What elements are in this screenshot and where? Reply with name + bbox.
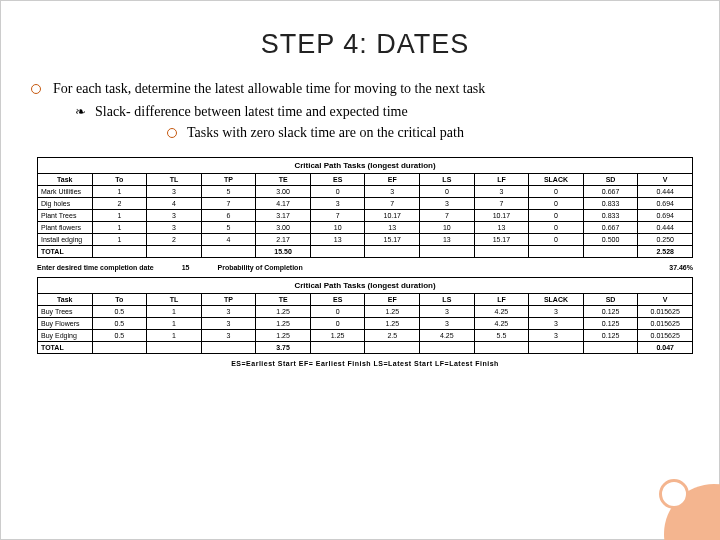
table2-total-row: TOTAL 3.75 0.047 xyxy=(38,341,693,353)
bullet-main: For each task, determine the latest allo… xyxy=(37,80,693,143)
table-cell: 0.833 xyxy=(583,209,638,221)
table-cell: 7 xyxy=(201,197,256,209)
table-row: Buy Flowers0.5131.2501.2534.2530.1250.01… xyxy=(38,317,693,329)
table-cell: 3 xyxy=(147,185,202,197)
table2-caption: Critical Path Tasks (longest duration) xyxy=(38,277,693,293)
table-cell: 0 xyxy=(310,185,365,197)
table-cell: 3.17 xyxy=(256,209,311,221)
table-cell: 15.17 xyxy=(365,233,420,245)
table1-header-row: Task To TL TP TE ES EF LS LF SLACK SD V xyxy=(38,173,693,185)
table-cell: 0.125 xyxy=(583,329,638,341)
table-cell: 3 xyxy=(420,305,475,317)
table1-caption: Critical Path Tasks (longest duration) xyxy=(38,157,693,173)
table-cell: 2.5 xyxy=(365,329,420,341)
th-es: ES xyxy=(310,173,365,185)
th-tp: TP xyxy=(201,173,256,185)
table1-total-row: TOTAL 15.50 2.528 xyxy=(38,245,693,257)
table-cell: 3 xyxy=(201,329,256,341)
table-cell: 0.5 xyxy=(92,305,147,317)
table-cell: 4.25 xyxy=(474,305,529,317)
th-v: V xyxy=(638,173,693,185)
t2-total-label: TOTAL xyxy=(38,341,93,353)
table-cell: 0.125 xyxy=(583,317,638,329)
table-cell: 0.5 xyxy=(92,317,147,329)
table-row: Buy Edging0.5131.251.252.54.255.530.1250… xyxy=(38,329,693,341)
table-cell: 1 xyxy=(147,329,202,341)
t1-total-v: 2.528 xyxy=(638,245,693,257)
th2-te: TE xyxy=(256,293,311,305)
critical-path-table-1: Critical Path Tasks (longest duration) T… xyxy=(37,157,693,258)
table-row: Mark Utilities1353.00030300.6670.444 xyxy=(38,185,693,197)
table-cell: 1 xyxy=(92,233,147,245)
table-cell: 4.17 xyxy=(256,197,311,209)
th-ef: EF xyxy=(365,173,420,185)
table-cell: 5 xyxy=(201,221,256,233)
table-cell: Buy Trees xyxy=(38,305,93,317)
th-to: To xyxy=(92,173,147,185)
table-cell: 3 xyxy=(201,317,256,329)
table-row: Dig holes2474.17373700.8330.694 xyxy=(38,197,693,209)
th2-to: To xyxy=(92,293,147,305)
table-cell: 3 xyxy=(529,329,584,341)
t1-total-te: 15.50 xyxy=(256,245,311,257)
th-task: Task xyxy=(38,173,93,185)
table-cell: 13 xyxy=(365,221,420,233)
table-cell: 1.25 xyxy=(310,329,365,341)
table-cell: 5.5 xyxy=(474,329,529,341)
table-cell: 1 xyxy=(92,221,147,233)
bullet-sub2: Tasks with zero slack time are on the cr… xyxy=(173,124,693,143)
table-cell: 0.444 xyxy=(638,221,693,233)
table-cell: 3.00 xyxy=(256,221,311,233)
t1-total-label: TOTAL xyxy=(38,245,93,257)
th2-lf: LF xyxy=(474,293,529,305)
table-cell: 0 xyxy=(529,185,584,197)
table-cell: 1.25 xyxy=(365,317,420,329)
table-cell: 3 xyxy=(420,317,475,329)
table-cell: 7 xyxy=(310,209,365,221)
table-cell: Buy Flowers xyxy=(38,317,93,329)
bullet-list: For each task, determine the latest allo… xyxy=(37,80,693,143)
table-cell: 3 xyxy=(365,185,420,197)
table-cell: 0.250 xyxy=(638,233,693,245)
bullet-sub1: Slack- difference between latest time an… xyxy=(83,103,693,122)
table-cell: 1.25 xyxy=(365,305,420,317)
table-cell: 10 xyxy=(310,221,365,233)
table-cell: 0 xyxy=(529,233,584,245)
critical-path-table-2: Critical Path Tasks (longest duration) T… xyxy=(37,277,693,354)
table-cell: 3 xyxy=(201,305,256,317)
table-cell: 3 xyxy=(529,317,584,329)
th2-ef: EF xyxy=(365,293,420,305)
th-slack: SLACK xyxy=(529,173,584,185)
th2-ls: LS xyxy=(420,293,475,305)
table-cell: 5 xyxy=(201,185,256,197)
th-te: TE xyxy=(256,173,311,185)
table-cell: Plant Trees xyxy=(38,209,93,221)
page-title: STEP 4: DATES xyxy=(37,29,693,60)
table-cell: 10.17 xyxy=(474,209,529,221)
table-cell: 1.25 xyxy=(256,305,311,317)
table-cell: 3 xyxy=(420,197,475,209)
table-cell: 13 xyxy=(420,233,475,245)
table-cell: Buy Edging xyxy=(38,329,93,341)
table-cell: 0 xyxy=(420,185,475,197)
table-cell: 0 xyxy=(529,221,584,233)
table-cell: Plant flowers xyxy=(38,221,93,233)
table-cell: 0.015625 xyxy=(638,329,693,341)
table-cell: 7 xyxy=(420,209,475,221)
table-cell: 0 xyxy=(529,197,584,209)
th2-tp: TP xyxy=(201,293,256,305)
table-cell: 0 xyxy=(529,209,584,221)
table-cell: 4 xyxy=(201,233,256,245)
table-cell: 3 xyxy=(147,209,202,221)
table-cell: 3 xyxy=(147,221,202,233)
table-cell: 1 xyxy=(147,317,202,329)
table-cell: 0.694 xyxy=(638,209,693,221)
table-cell: 4 xyxy=(147,197,202,209)
table-cell: 13 xyxy=(310,233,365,245)
table-cell: 0.667 xyxy=(583,185,638,197)
table-cell: 0.500 xyxy=(583,233,638,245)
meta-row: Enter desired time completion date 15 Pr… xyxy=(37,258,693,277)
table-cell: 4.25 xyxy=(474,317,529,329)
th2-task: Task xyxy=(38,293,93,305)
t2-total-te: 3.75 xyxy=(256,341,311,353)
